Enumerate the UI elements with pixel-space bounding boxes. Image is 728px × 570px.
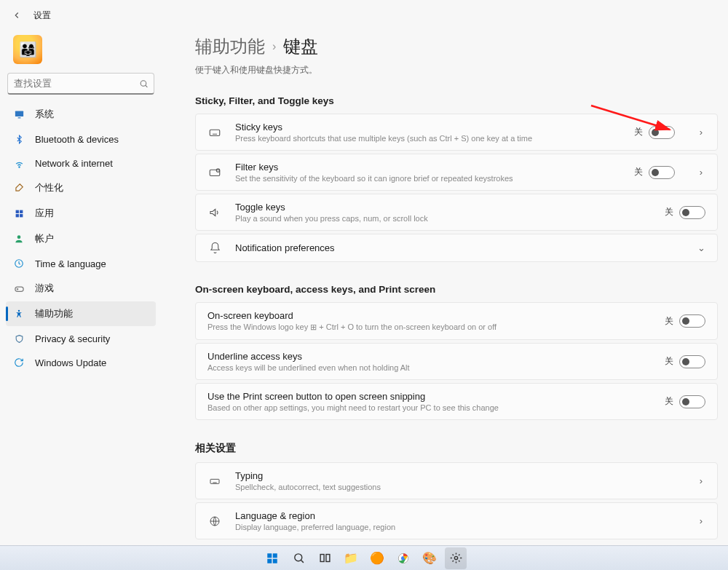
- sticky-keys-toggle[interactable]: [649, 126, 675, 139]
- card-typing[interactable]: Typing Spellcheck, autocorrect, text sug…: [195, 462, 718, 499]
- svg-rect-1: [15, 111, 23, 116]
- start-button[interactable]: [261, 547, 283, 569]
- search-input[interactable]: [7, 73, 154, 95]
- chevron-right-icon: ›: [272, 40, 276, 53]
- content: 辅助功能 › 键盘 便于键入和使用键盘快捷方式。 Sticky, Filter,…: [160, 26, 728, 544]
- grid-icon: [13, 207, 25, 219]
- svg-rect-2: [17, 117, 20, 118]
- card-desc: Access keys will be underlined even when…: [207, 363, 652, 372]
- sidebar-item-accessibility[interactable]: 辅助功能: [6, 301, 156, 326]
- svg-point-25: [294, 554, 301, 561]
- svg-point-11: [18, 310, 20, 312]
- card-notification-prefs[interactable]: Notification preferences ⌄: [195, 234, 718, 262]
- search-wrap: [7, 73, 154, 95]
- chevron-right-icon[interactable]: ›: [697, 475, 705, 486]
- brush-icon: [13, 182, 25, 194]
- back-button[interactable]: [10, 9, 23, 22]
- browser-icon[interactable]: 🟠: [366, 547, 388, 569]
- svg-rect-12: [210, 130, 220, 135]
- game-icon: [13, 282, 25, 294]
- card-underline-access[interactable]: Underline access keys Access keys will b…: [195, 343, 718, 380]
- chrome-icon[interactable]: [392, 547, 414, 569]
- svg-rect-27: [325, 555, 329, 562]
- card-onscreen-keyboard[interactable]: On-screen keyboard Press the Windows log…: [195, 302, 718, 340]
- settings-taskbar-icon[interactable]: [445, 547, 467, 569]
- chevron-right-icon[interactable]: ›: [697, 127, 705, 138]
- svg-point-0: [141, 81, 146, 87]
- breadcrumb: 辅助功能 › 键盘: [195, 35, 718, 58]
- file-explorer-icon[interactable]: 📁: [340, 547, 362, 569]
- toggle-state: 关: [665, 315, 673, 328]
- sidebar-item-label: Network & internet: [35, 158, 113, 169]
- person-icon: [13, 233, 25, 245]
- sidebar-item-label: Bluetooth & devices: [35, 134, 119, 145]
- sidebar-item-label: 个性化: [35, 181, 63, 194]
- sidebar-item-label: 辅助功能: [35, 307, 73, 320]
- taskbar-search-icon[interactable]: [288, 547, 309, 569]
- sidebar-item-gaming[interactable]: 游戏: [6, 276, 156, 301]
- svg-rect-21: [267, 553, 272, 558]
- chevron-down-icon[interactable]: ⌄: [697, 242, 705, 253]
- search-icon: [139, 79, 149, 89]
- globe-icon: [207, 515, 222, 527]
- chevron-right-icon[interactable]: ›: [697, 167, 705, 178]
- osk-toggle[interactable]: [679, 314, 705, 328]
- svg-rect-10: [15, 287, 23, 291]
- accessibility-icon: [13, 308, 25, 320]
- card-print-screen[interactable]: Use the Print screen button to open scre…: [195, 383, 718, 420]
- card-title: Toggle keys: [235, 202, 652, 213]
- card-desc: Display language, preferred language, re…: [235, 523, 675, 531]
- card-title: Language & region: [235, 510, 675, 521]
- svg-point-31: [454, 556, 457, 559]
- svg-rect-6: [15, 214, 18, 217]
- sidebar-item-personalization[interactable]: 个性化: [6, 175, 156, 200]
- card-language-region[interactable]: Language & region Display language, pref…: [195, 502, 718, 539]
- sidebar: 👨‍👩‍👧 系统 Bluetooth & devices Network & i…: [0, 26, 160, 544]
- svg-rect-13: [210, 170, 220, 175]
- sidebar-item-time-language[interactable]: Time & language: [6, 252, 156, 275]
- svg-rect-4: [15, 210, 18, 213]
- task-view-icon[interactable]: [314, 547, 336, 569]
- sidebar-item-accounts[interactable]: 帐户: [6, 226, 156, 251]
- sidebar-item-privacy[interactable]: Privacy & security: [6, 327, 156, 350]
- svg-rect-26: [320, 555, 324, 562]
- section-title-keys: Sticky, Filter, and Toggle keys: [195, 95, 718, 106]
- sidebar-item-update[interactable]: Windows Update: [6, 351, 156, 374]
- card-filter-keys[interactable]: Filter keys Set the sensitivity of the k…: [195, 154, 718, 191]
- sidebar-item-system[interactable]: 系统: [6, 102, 156, 127]
- underline-toggle[interactable]: [679, 355, 705, 368]
- chevron-right-icon[interactable]: ›: [697, 515, 705, 526]
- card-desc: Press keyboard shortcuts that use multip…: [235, 134, 621, 143]
- wifi-icon: [13, 157, 25, 169]
- sidebar-item-network[interactable]: Network & internet: [6, 151, 156, 175]
- toggle-keys-toggle[interactable]: [679, 206, 705, 219]
- avatar[interactable]: 👨‍👩‍👧: [13, 35, 42, 64]
- titlebar: 设置: [0, 0, 728, 26]
- sidebar-item-label: 系统: [35, 108, 54, 121]
- card-sticky-keys[interactable]: Sticky keys Press keyboard shortcuts tha…: [195, 114, 718, 151]
- toggle-state: 关: [634, 126, 643, 138]
- svg-point-3: [18, 166, 19, 167]
- card-desc: Play a sound when you press caps, num, o…: [235, 214, 652, 223]
- bell-icon: [207, 242, 222, 254]
- keyboard-icon: [207, 126, 222, 139]
- svg-rect-7: [20, 214, 23, 217]
- prtsc-toggle[interactable]: [679, 395, 705, 408]
- sidebar-item-label: Windows Update: [35, 357, 106, 368]
- svg-point-8: [17, 235, 21, 239]
- app-icon[interactable]: 🎨: [419, 547, 440, 569]
- filter-keys-toggle[interactable]: [649, 166, 675, 179]
- card-title: Filter keys: [235, 162, 621, 173]
- card-title: Use the Print screen button to open scre…: [207, 391, 652, 402]
- svg-rect-5: [20, 210, 23, 213]
- update-icon: [13, 357, 25, 368]
- sidebar-item-label: 游戏: [35, 282, 54, 295]
- page-title: 键盘: [283, 35, 318, 58]
- toggle-state: 关: [665, 395, 673, 408]
- card-toggle-keys[interactable]: Toggle keys Play a sound when you press …: [195, 194, 718, 231]
- breadcrumb-parent[interactable]: 辅助功能: [195, 35, 265, 58]
- svg-rect-22: [273, 553, 277, 558]
- taskbar: 📁 🟠 🎨: [0, 545, 728, 570]
- sidebar-item-bluetooth[interactable]: Bluetooth & devices: [6, 127, 156, 151]
- sidebar-item-apps[interactable]: 应用: [6, 201, 156, 226]
